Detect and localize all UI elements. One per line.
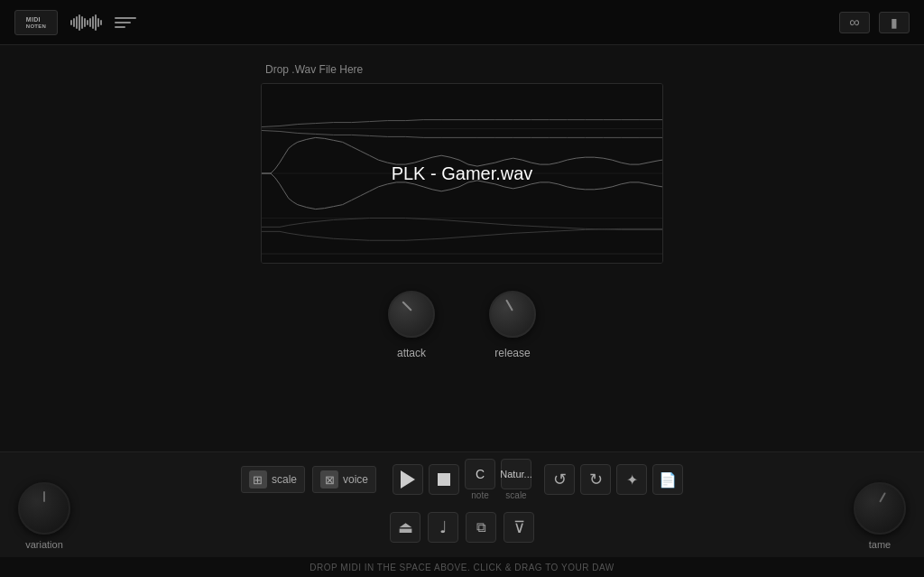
row2-center: ⏏ ♩ ⧉ ⊽: [390, 512, 534, 543]
filter-icon: ⊽: [513, 517, 525, 537]
block-icon-btn[interactable]: ▮: [879, 12, 910, 33]
tame-label: tame: [869, 539, 891, 550]
note-icon: ♩: [439, 517, 447, 537]
attack-label: attack: [397, 347, 426, 359]
toolbar-center: C note Natur... scale: [393, 459, 531, 500]
note-sub-label: note: [471, 490, 488, 500]
magic-button[interactable]: ✦: [616, 464, 647, 495]
block-icon: ▮: [891, 15, 898, 30]
toolbar-scale-voice: ⊞ scale ⊠ voice: [241, 466, 376, 493]
save-icon: 📄: [659, 471, 677, 489]
variation-knob-group: variation: [18, 482, 70, 550]
infinity-icon: ∞: [849, 14, 859, 31]
scale-selector[interactable]: Natur...: [501, 459, 531, 489]
copy-icon: ⧉: [476, 519, 486, 535]
release-knob[interactable]: [489, 291, 536, 338]
voice-button[interactable]: ⊠ voice: [312, 466, 376, 493]
note-selector[interactable]: C: [465, 459, 495, 489]
toolbar-row2: ⏏ ♩ ⧉ ⊽: [0, 507, 924, 548]
attack-knob-group: attack: [388, 291, 435, 359]
play-icon: [401, 470, 415, 489]
waveform-icon: [70, 14, 102, 31]
header: MIDINOTEN ∞ ▮: [0, 0, 924, 45]
scale-sub-label: scale: [505, 490, 526, 500]
scale-label: scale: [272, 473, 297, 486]
undo-button[interactable]: ↺: [544, 464, 575, 495]
variation-knob[interactable]: [18, 482, 70, 535]
magic-icon: ✦: [626, 471, 638, 489]
filter-button[interactable]: ⊽: [504, 512, 534, 543]
eject-icon: ⏏: [398, 517, 413, 537]
stop-icon: [438, 473, 450, 486]
attack-knob[interactable]: [388, 291, 435, 338]
waveform-display[interactable]: PLK - Gamer.wav: [261, 83, 663, 264]
logo-box: MIDINOTEN: [14, 10, 58, 35]
status-bar: DROP MIDI IN THE SPACE ABOVE. CLICK & DR…: [0, 557, 924, 577]
menu-icon[interactable]: [115, 17, 136, 28]
stop-button[interactable]: [429, 464, 459, 495]
scale-group: Natur... scale: [501, 459, 531, 500]
toolbar-right: ↺ ↻ ✦ 📄: [544, 464, 683, 495]
waveform-filename: PLK - Gamer.wav: [392, 163, 533, 184]
save-button[interactable]: 📄: [652, 464, 683, 495]
eject-button[interactable]: ⏏: [390, 512, 420, 543]
logo: MIDINOTEN: [14, 10, 58, 35]
voice-icon: ⊠: [320, 470, 338, 489]
note-group: C note: [465, 459, 495, 500]
infinity-icon-btn[interactable]: ∞: [839, 12, 870, 33]
main-content: Drop .Wav File Here PLK - Gamer.wav: [0, 45, 924, 433]
copy-button[interactable]: ⧉: [466, 512, 496, 543]
voice-label: voice: [343, 473, 368, 486]
note-icon-button[interactable]: ♩: [428, 512, 458, 543]
redo-icon: ↻: [589, 470, 603, 489]
header-right: ∞ ▮: [839, 12, 910, 33]
knobs-section: attack release: [388, 291, 536, 359]
status-text: DROP MIDI IN THE SPACE ABOVE. CLICK & DR…: [310, 563, 614, 572]
release-label: release: [494, 347, 530, 359]
header-left: MIDINOTEN: [14, 10, 136, 35]
drop-label: Drop .Wav File Here: [265, 63, 363, 76]
variation-label: variation: [25, 539, 63, 550]
play-button[interactable]: [393, 464, 423, 495]
bottom-toolbar: variation tame ⊞ scale ⊠ voice: [0, 451, 924, 577]
undo-icon: ↺: [553, 470, 567, 489]
scale-button[interactable]: ⊞ scale: [241, 466, 305, 493]
scale-icon: ⊞: [249, 470, 267, 489]
tame-knob-group: tame: [854, 482, 906, 550]
redo-button[interactable]: ↻: [580, 464, 611, 495]
tame-knob[interactable]: [854, 482, 906, 535]
release-knob-group: release: [489, 291, 536, 359]
toolbar-row1: ⊞ scale ⊠ voice C note: [0, 452, 924, 507]
